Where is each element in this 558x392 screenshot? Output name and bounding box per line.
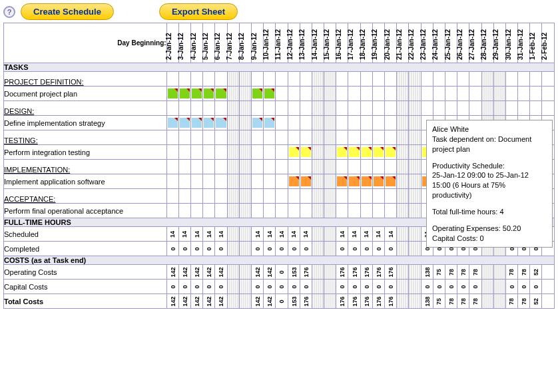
- grid-cell: [360, 87, 372, 101]
- grid-cell[interactable]: [336, 174, 348, 189]
- grid-cell: [227, 72, 239, 87]
- grid-cell[interactable]: [360, 174, 372, 189]
- grid-cell: [348, 116, 360, 130]
- num-cell: 138: [421, 294, 433, 309]
- grid-cell: [276, 87, 288, 101]
- num-cell: 14: [348, 227, 360, 242]
- grid-cell[interactable]: [348, 174, 360, 189]
- help-button[interactable]: ?: [3, 6, 15, 18]
- grid-cell: [397, 174, 409, 189]
- grid-cell[interactable]: [191, 116, 203, 130]
- group-design: DESIGN:: [4, 101, 167, 116]
- grid-cell: [312, 72, 324, 87]
- grid-cell: [300, 189, 312, 204]
- grid-cell: [433, 72, 445, 87]
- grid-cell: [518, 101, 530, 116]
- num-cell: [324, 294, 336, 309]
- num-cell: [397, 280, 409, 294]
- num-cell: 142: [166, 294, 178, 309]
- grid-cell[interactable]: [264, 87, 276, 101]
- grid-cell[interactable]: [288, 174, 300, 189]
- grid-cell[interactable]: [203, 116, 215, 130]
- num-cell: 78: [445, 265, 457, 280]
- grid-cell[interactable]: [166, 116, 178, 130]
- grid-cell[interactable]: [191, 87, 203, 101]
- grid-cell: [191, 101, 203, 116]
- grid-cell: [312, 204, 324, 218]
- grid-cell: [178, 160, 190, 174]
- num-cell: 0: [178, 242, 190, 256]
- export-sheet-button[interactable]: Export Sheet: [159, 3, 238, 20]
- tasks-section-header: TASKS: [4, 63, 555, 72]
- grid-cell: [397, 116, 409, 130]
- grid-cell[interactable]: [385, 145, 397, 160]
- grid-cell[interactable]: [264, 116, 276, 130]
- grid-cell: [215, 189, 227, 204]
- num-cell: 0: [264, 242, 276, 256]
- num-cell: [227, 265, 239, 280]
- num-cell: [312, 242, 324, 256]
- grid-cell: [385, 189, 397, 204]
- num-cell: 0: [445, 280, 457, 294]
- num-cell: 176: [348, 265, 360, 280]
- grid-cell: [445, 87, 457, 101]
- num-cell: 0: [336, 242, 348, 256]
- num-cell: [239, 227, 251, 242]
- grid-cell: [445, 101, 457, 116]
- grid-cell: [264, 189, 276, 204]
- grid-cell: [215, 130, 227, 145]
- grid-cell[interactable]: [385, 174, 397, 189]
- grid-cell[interactable]: [336, 145, 348, 160]
- grid-cell: [251, 130, 263, 145]
- group-projdef: PROJECT DEFINITION:: [4, 72, 167, 87]
- grid-cell: [372, 87, 384, 101]
- grid-cell[interactable]: [288, 145, 300, 160]
- create-schedule-button[interactable]: Create Schedule: [21, 3, 114, 20]
- num-cell: 0: [348, 280, 360, 294]
- grid-cell[interactable]: [372, 174, 384, 189]
- grid-cell[interactable]: [178, 116, 190, 130]
- num-cell: 0: [518, 280, 530, 294]
- grid-cell[interactable]: [348, 145, 360, 160]
- grid-cell[interactable]: [166, 87, 178, 101]
- grid-cell[interactable]: [360, 145, 372, 160]
- grid-cell[interactable]: [251, 87, 263, 101]
- num-cell: 78: [518, 294, 530, 309]
- grid-cell: [227, 145, 239, 160]
- grid-cell: [372, 160, 384, 174]
- num-cell: 0: [264, 280, 276, 294]
- grid-cell: [251, 160, 263, 174]
- num-cell: 0: [505, 280, 517, 294]
- grid-cell: [372, 101, 384, 116]
- num-cell: 14: [372, 227, 384, 242]
- num-cell: 0: [191, 242, 203, 256]
- grid-cell: [530, 87, 542, 101]
- grid-cell[interactable]: [372, 145, 384, 160]
- grid-cell: [385, 101, 397, 116]
- group-impl: IMPLEMENTATION:: [4, 160, 167, 174]
- grid-cell[interactable]: [215, 116, 227, 130]
- grid-cell: [469, 87, 481, 101]
- num-cell: [409, 265, 421, 280]
- grid-cell: [166, 160, 178, 174]
- grid-cell: [312, 189, 324, 204]
- grid-cell[interactable]: [178, 87, 190, 101]
- grid-cell: [264, 145, 276, 160]
- grid-cell: [191, 130, 203, 145]
- grid-cell: [336, 189, 348, 204]
- grid-cell[interactable]: [251, 116, 263, 130]
- grid-cell[interactable]: [300, 145, 312, 160]
- num-cell: 142: [178, 294, 190, 309]
- grid-cell[interactable]: [215, 87, 227, 101]
- grid-cell: [385, 72, 397, 87]
- num-cell: 78: [518, 265, 530, 280]
- num-cell: 153: [288, 294, 300, 309]
- grid-cell[interactable]: [300, 174, 312, 189]
- grid-cell[interactable]: [203, 87, 215, 101]
- num-cell: [312, 265, 324, 280]
- grid-cell: [409, 160, 421, 174]
- grid-cell: [239, 204, 251, 218]
- date-header: 19-Jan-12: [372, 23, 384, 63]
- grid-cell: [409, 189, 421, 204]
- grid-cell: [227, 160, 239, 174]
